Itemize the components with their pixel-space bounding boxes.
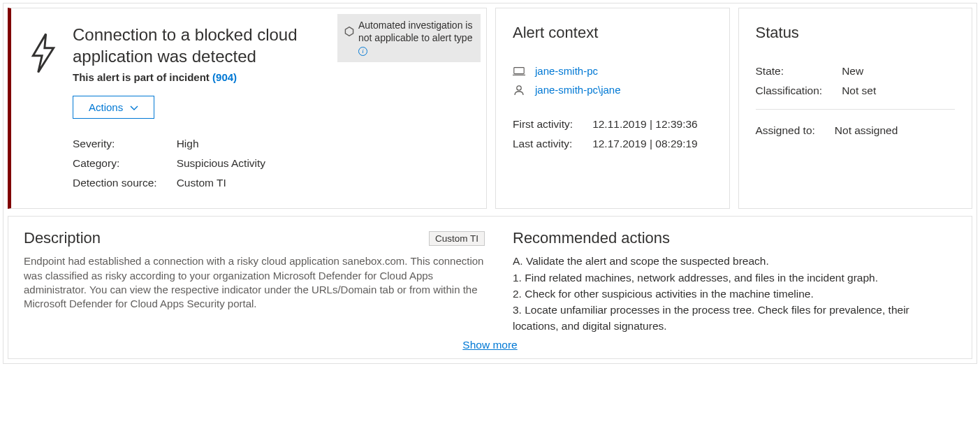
recommended-item: 1. Find related machines, network addres…	[513, 270, 956, 286]
user-icon	[513, 85, 525, 96]
description-text: Endpoint had established a connection wi…	[24, 254, 485, 311]
severity-label: Severity:	[73, 134, 177, 154]
recommended-heading: Recommended actions	[513, 229, 956, 247]
activity-block: First activity: 12.11.2019 | 12:39:36 La…	[513, 115, 698, 154]
recommended-column: Recommended actions A. Validate the aler…	[513, 229, 956, 334]
alert-properties: Severity: High Category: Suspicious Acti…	[73, 134, 265, 193]
assigned-label: Assigned to:	[756, 121, 835, 140]
svg-marker-1	[345, 27, 353, 36]
first-activity-value: 12.11.2019 | 12:39:36	[592, 115, 698, 134]
alert-title: Connection to a blocked cloud applicatio…	[73, 24, 303, 67]
recommended-item: 2. Check for other suspicious activities…	[513, 286, 956, 302]
description-heading: Description	[24, 229, 101, 247]
lightning-icon	[28, 24, 61, 193]
alert-detail-page: Connection to a blocked cloud applicatio…	[3, 3, 977, 364]
context-user-row: jane-smith-pc\jane	[513, 80, 712, 99]
chevron-down-icon	[130, 101, 138, 113]
state-value: New	[842, 61, 876, 81]
status-heading: Status	[756, 24, 956, 42]
alert-summary-card: Connection to a blocked cloud applicatio…	[8, 8, 487, 209]
detection-source-label: Detection source:	[73, 173, 177, 193]
status-assigned-block: Assigned to: Not assigned	[756, 121, 898, 140]
status-divider	[756, 109, 956, 110]
severity-value: High	[177, 134, 266, 154]
category-value: Suspicious Activity	[177, 154, 266, 173]
context-device-row: jane-smith-pc	[513, 61, 712, 80]
top-row: Connection to a blocked cloud applicatio…	[8, 8, 972, 209]
context-user-link[interactable]: jane-smith-pc\jane	[535, 84, 621, 96]
recommended-item: A. Validate the alert and scope the susp…	[513, 253, 956, 269]
assigned-value: Not assigned	[835, 121, 898, 140]
status-card: Status State: New Classification: Not se…	[738, 8, 973, 209]
actions-button[interactable]: Actions	[73, 96, 154, 119]
info-icon[interactable]: i	[358, 47, 367, 56]
classification-label: Classification:	[756, 81, 842, 101]
actions-label: Actions	[89, 101, 123, 113]
context-device-link[interactable]: jane-smith-pc	[535, 65, 598, 77]
automated-investigation-banner: Automated investigation is not applicabl…	[337, 14, 481, 62]
classification-value: Not set	[842, 81, 876, 101]
description-column: Description Custom TI Endpoint had estab…	[24, 229, 485, 334]
last-activity-label: Last activity:	[513, 134, 592, 154]
incident-prefix: This alert is part of incident	[73, 71, 212, 83]
custom-ti-tag: Custom TI	[429, 231, 485, 246]
svg-rect-2	[514, 67, 524, 73]
svg-marker-0	[33, 34, 53, 73]
recommended-item: 3. Locate unfamiliar processes in the pr…	[513, 302, 956, 335]
first-activity-label: First activity:	[513, 115, 592, 134]
alert-context-card: Alert context jane-smith-pc jane-smith-p…	[495, 8, 730, 209]
category-label: Category:	[73, 154, 177, 173]
last-activity-value: 12.17.2019 | 08:29:19	[592, 134, 698, 154]
alert-context-heading: Alert context	[513, 24, 712, 42]
state-label: State:	[756, 61, 842, 81]
description-recommended-card: Description Custom TI Endpoint had estab…	[8, 216, 972, 358]
recommended-list: A. Validate the alert and scope the susp…	[513, 253, 956, 334]
show-more-link[interactable]: Show more	[24, 335, 956, 353]
detection-source-value: Custom TI	[177, 173, 266, 193]
status-state-block: State: New Classification: Not set	[756, 61, 877, 101]
incident-link[interactable]: (904)	[212, 71, 237, 83]
svg-point-4	[517, 85, 521, 89]
ai-banner-text: Automated investigation is not applicabl…	[358, 20, 472, 43]
incident-line: This alert is part of incident (904)	[73, 71, 469, 83]
hexagon-icon	[344, 27, 354, 40]
device-icon	[513, 66, 525, 76]
